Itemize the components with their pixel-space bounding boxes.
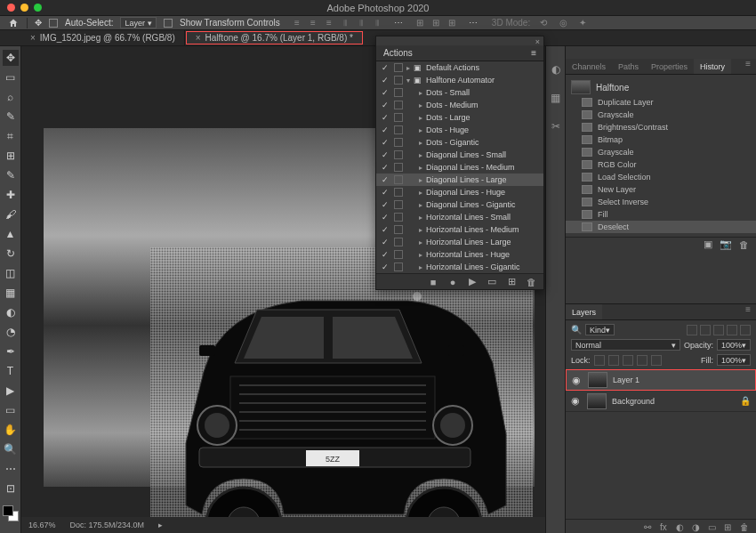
tab-paths[interactable]: Paths [612,59,645,74]
action-item[interactable]: ✓▸Diagonal Lines - Large [376,174,543,186]
blend-mode-select[interactable]: Normal▾ [571,339,680,351]
layer-item[interactable]: ◉ Background 🔒 [566,391,756,412]
action-item[interactable]: ✓▸Dots - Large [376,111,543,124]
history-snapshot[interactable]: Halftone [566,78,756,96]
pen-tool[interactable]: ✒ [3,343,19,359]
play-icon[interactable]: ▶ [467,277,478,287]
camera-icon[interactable]: 📷 [720,239,731,250]
new-layer-icon[interactable]: ⊞ [724,522,735,531]
gradient-tool[interactable]: ▦ [3,285,19,301]
layer-name[interactable]: Background [612,397,655,406]
type-tool[interactable]: T [3,363,19,379]
lock-trans-icon[interactable] [594,355,605,366]
distribute-icon[interactable]: ⊞ [430,17,442,29]
action-item[interactable]: ✓▸Horizontal Lines - Huge [376,248,543,261]
history-state[interactable]: Brightness/Contrast [566,121,756,133]
history-state[interactable]: Grayscale [566,146,756,158]
dodge-tool[interactable]: ◔ [3,324,19,340]
group-icon[interactable]: ▭ [708,522,719,531]
tab-channels[interactable]: Channels [566,59,612,74]
panel-menu-icon[interactable]: ≡ [531,48,536,58]
collapse-icon[interactable]: × [535,37,540,44]
fx-icon[interactable]: fx [660,522,671,531]
history-state[interactable]: Grayscale [566,109,756,121]
screen-mode[interactable]: ⊡ [3,481,19,497]
color-swatches[interactable] [3,505,19,521]
action-item[interactable]: ✓▸Diagonal Lines - Small [376,149,543,161]
align-icon[interactable]: ≡ [307,17,319,29]
fill-input[interactable]: 100% ▾ [717,354,751,366]
mode-3d-icon[interactable]: ✦ [576,17,589,29]
brush-tool[interactable]: 🖌 [3,206,19,222]
crop-tool[interactable]: ⌗ [3,128,19,144]
history-state[interactable]: Deselect [566,221,756,233]
align-icon[interactable]: ⫴ [339,17,351,29]
filter-smart-icon[interactable] [740,325,751,335]
filter-type-icon[interactable] [713,325,724,335]
filter-pixel-icon[interactable] [687,325,697,335]
foreground-swatch[interactable] [3,505,13,516]
lock-artboard-icon[interactable] [637,355,647,366]
document-tab-active[interactable]: × Halftone @ 16.7% (Layer 1, RGB/8) * [186,31,363,44]
opacity-input[interactable]: 100% ▾ [717,339,751,351]
move-tool[interactable]: ✥ [3,50,19,66]
color-panel-icon[interactable]: ◐ [549,62,563,77]
close-window-icon[interactable] [7,4,15,12]
filter-adjust-icon[interactable] [700,325,711,335]
close-tab-icon[interactable]: × [30,33,36,43]
auto-select-dropdown[interactable]: Layer▾ [120,17,157,28]
new-action-icon[interactable]: ⊞ [506,277,517,287]
history-state[interactable]: Fill [566,208,756,221]
action-item[interactable]: ✓▸Diagonal Lines - Gigantic [376,198,543,211]
new-set-icon[interactable]: ▭ [487,277,497,287]
layer-name[interactable]: Layer 1 [613,376,639,384]
tab-history[interactable]: History [694,59,731,74]
filter-shape-icon[interactable] [727,325,737,335]
action-item[interactable]: ✓▸Diagonal Lines - Huge [376,186,543,198]
tab-properties[interactable]: Properties [645,59,694,74]
action-item[interactable]: ✓▸Dots - Gigantic [376,136,543,149]
visibility-icon[interactable]: ◉ [571,395,582,407]
history-state[interactable]: RGB Color [566,158,756,171]
stamp-tool[interactable]: ▲ [3,226,19,242]
swatches-panel-icon[interactable]: ▦ [549,91,563,105]
filter-type-select[interactable]: Kind ▾ [585,324,615,335]
document-tab[interactable]: × IMG_1520.jpeg @ 66.7% (RGB/8) [21,30,185,45]
new-document-icon[interactable]: ▣ [703,239,713,250]
shape-tool[interactable]: ▭ [3,402,19,418]
distribute-icon[interactable]: ⊞ [414,17,426,29]
panel-menu-icon[interactable]: ≡ [740,59,756,74]
maximize-window-icon[interactable] [34,4,42,12]
show-transform-checkbox[interactable] [164,19,173,28]
adjustments-panel-icon[interactable]: ✂ [549,119,563,133]
adjustment-icon[interactable]: ◑ [692,522,703,531]
record-icon[interactable]: ● [447,277,458,287]
action-item[interactable]: ✓▸Dots - Small [376,86,543,99]
mode-3d-icon[interactable]: ◎ [557,17,569,29]
history-state[interactable]: New Layer [566,183,756,196]
marquee-tool[interactable]: ▭ [3,69,19,85]
edit-toolbar[interactable]: ⋯ [3,461,19,477]
status-caret-icon[interactable]: ▸ [158,521,163,529]
trash-icon[interactable]: 🗑 [740,522,751,531]
path-select-tool[interactable]: ▶ [3,383,19,399]
align-icon[interactable]: ≡ [291,17,303,29]
zoom-tool[interactable]: 🔍 [3,441,19,457]
auto-select-checkbox[interactable] [49,19,58,28]
align-icon[interactable]: ⫴ [371,17,383,29]
lock-position-icon[interactable] [623,355,633,366]
eyedropper-tool[interactable]: ✎ [3,167,19,183]
action-set[interactable]: ✓▸▣Default Actions [376,61,543,74]
history-state[interactable]: Bitmap [566,133,756,146]
action-item[interactable]: ✓▸Horizontal Lines - Medium [376,223,543,236]
healing-tool[interactable]: ✚ [3,187,19,203]
home-icon[interactable] [7,17,20,29]
action-item[interactable]: ✓▸Diagonal Lines - Medium [376,161,543,174]
distribute-icon[interactable]: ⊞ [446,17,458,29]
minimize-window-icon[interactable] [20,4,28,12]
eraser-tool[interactable]: ◫ [3,265,19,281]
align-icon[interactable]: ⫴ [355,17,367,29]
history-state[interactable]: Load Selection [566,171,756,183]
action-item[interactable]: ✓▸Horizontal Lines - Large [376,236,543,248]
history-state[interactable]: Duplicate Layer [566,96,756,109]
